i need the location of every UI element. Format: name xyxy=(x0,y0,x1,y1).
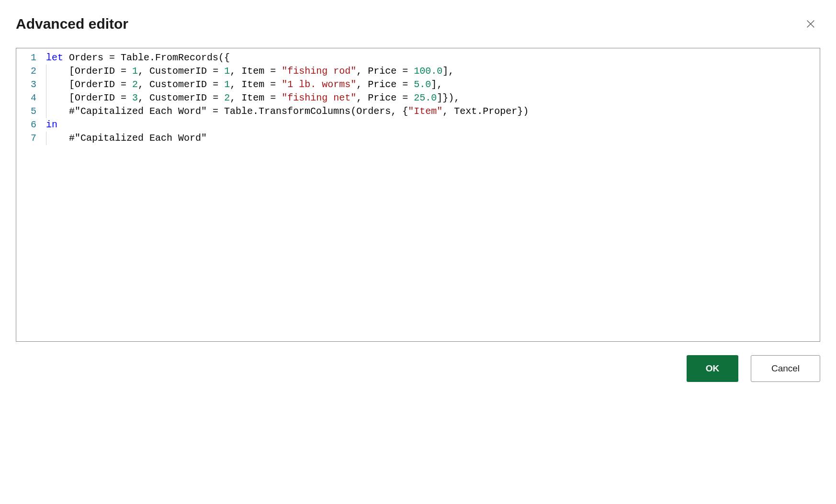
indent-guide xyxy=(46,91,46,105)
code-token: "Item" xyxy=(408,106,442,117)
code-token: ], xyxy=(442,66,454,77)
code-token: Orders xyxy=(69,52,103,63)
code-token: ], xyxy=(431,79,442,90)
code-token: 3 xyxy=(132,92,138,103)
indent-guide xyxy=(46,132,46,145)
code-token: "fishing net" xyxy=(282,92,356,103)
code-token: = xyxy=(207,106,224,117)
code-token: = xyxy=(207,66,224,77)
code-token: = xyxy=(103,52,121,63)
code-token: = xyxy=(115,66,132,77)
code-token: Table.TransformColumns xyxy=(224,106,350,117)
code-token: CustomerID xyxy=(149,79,207,90)
code-token: ]}), xyxy=(437,92,460,103)
code-token: Item xyxy=(241,79,264,90)
code-token: Price xyxy=(368,79,396,90)
dialog-footer: OK Cancel xyxy=(16,355,820,382)
code-token: = xyxy=(396,92,414,103)
code-token: , xyxy=(138,66,149,77)
code-token: Orders xyxy=(356,106,391,117)
code-token: = xyxy=(264,66,282,77)
code-token: , xyxy=(230,79,241,90)
indent-guide xyxy=(46,65,46,78)
close-icon xyxy=(805,19,816,29)
line-number: 6 xyxy=(23,118,36,132)
code-token: Text.Proper xyxy=(454,106,517,117)
code-token: OrderID xyxy=(75,92,115,103)
code-token: Price xyxy=(368,92,396,103)
code-token: , xyxy=(442,106,454,117)
code-token: 5.0 xyxy=(414,79,431,90)
code-token: "fishing rod" xyxy=(282,66,356,77)
line-number: 5 xyxy=(23,105,36,118)
code-token: Table.FromRecords xyxy=(121,52,218,63)
code-token: ({ xyxy=(218,52,230,63)
code-token: 2 xyxy=(224,92,230,103)
code-token: OrderID xyxy=(75,66,115,77)
indent-guide xyxy=(46,78,46,91)
code-token: 1 xyxy=(224,79,230,90)
code-token: = xyxy=(264,92,282,103)
code-token: Price xyxy=(368,66,396,77)
code-line[interactable]: [OrderID = 3, CustomerID = 2, Item = "fi… xyxy=(41,91,820,105)
cancel-button[interactable]: Cancel xyxy=(751,355,820,382)
code-token: 100.0 xyxy=(414,66,442,77)
code-token: = xyxy=(207,79,224,90)
close-button[interactable] xyxy=(801,14,820,34)
code-token: CustomerID xyxy=(149,66,207,77)
code-line[interactable]: in xyxy=(41,118,820,132)
code-token: = xyxy=(115,79,132,90)
code-token: = xyxy=(115,92,132,103)
code-token: ( xyxy=(350,106,356,117)
code-token: 1 xyxy=(132,66,138,77)
code-token: Item xyxy=(241,92,264,103)
line-number: 3 xyxy=(23,78,36,91)
code-token: "1 lb. worms" xyxy=(282,79,356,90)
code-token: 25.0 xyxy=(414,92,437,103)
line-number: 1 xyxy=(23,51,36,65)
code-token: let xyxy=(46,52,63,63)
code-editor[interactable]: 1234567 let Orders = Table.FromRecords({… xyxy=(16,48,820,342)
code-token: 1 xyxy=(224,66,230,77)
code-token: 2 xyxy=(132,79,138,90)
code-token xyxy=(63,52,69,63)
code-token: }) xyxy=(517,106,529,117)
code-token: , xyxy=(138,92,149,103)
code-token: , xyxy=(356,66,368,77)
dialog-header: Advanced editor xyxy=(16,14,820,34)
line-number: 7 xyxy=(23,132,36,145)
code-token: in xyxy=(46,119,57,130)
line-number: 2 xyxy=(23,65,36,78)
code-token: , xyxy=(138,79,149,90)
code-token: , xyxy=(356,92,368,103)
code-token: [ xyxy=(69,79,75,90)
ok-button[interactable]: OK xyxy=(687,355,738,382)
code-line[interactable]: #"Capitalized Each Word" = Table.Transfo… xyxy=(41,105,820,118)
code-token: #"Capitalized Each Word" xyxy=(69,106,207,117)
indent-guide xyxy=(46,105,46,118)
code-token: CustomerID xyxy=(149,92,207,103)
code-token: OrderID xyxy=(75,79,115,90)
code-token: [ xyxy=(69,92,75,103)
line-number-gutter: 1234567 xyxy=(16,48,41,341)
code-line[interactable]: #"Capitalized Each Word" xyxy=(41,132,820,145)
code-area[interactable]: let Orders = Table.FromRecords({ [OrderI… xyxy=(41,48,820,341)
code-token: , xyxy=(356,79,368,90)
code-token: = xyxy=(264,79,282,90)
code-token: = xyxy=(396,66,414,77)
dialog-title: Advanced editor xyxy=(16,16,128,32)
code-token: , { xyxy=(391,106,408,117)
code-token: = xyxy=(207,92,224,103)
code-line[interactable]: [OrderID = 1, CustomerID = 1, Item = "fi… xyxy=(41,65,820,78)
code-token: = xyxy=(396,79,414,90)
code-token: , xyxy=(230,92,241,103)
code-line[interactable]: let Orders = Table.FromRecords({ xyxy=(41,51,820,65)
code-token: Item xyxy=(241,66,264,77)
line-number: 4 xyxy=(23,91,36,105)
code-token: , xyxy=(230,66,241,77)
code-token: #"Capitalized Each Word" xyxy=(69,133,207,144)
code-token: [ xyxy=(69,66,75,77)
code-line[interactable]: [OrderID = 2, CustomerID = 1, Item = "1 … xyxy=(41,78,820,91)
